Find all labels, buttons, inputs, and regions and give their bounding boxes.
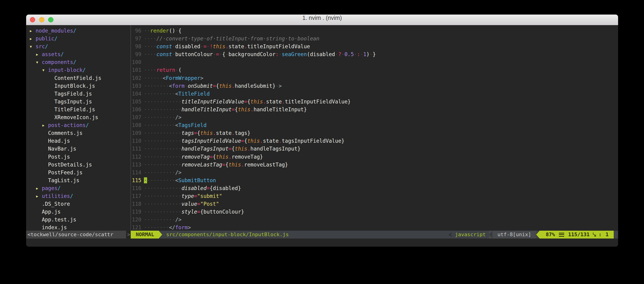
command-line[interactable] (26, 239, 618, 247)
tree-file-row[interactable]: TagsField.js (26, 90, 130, 98)
tree-file-row[interactable]: Head.js (26, 137, 130, 145)
code-token: = (241, 138, 244, 144)
code-line[interactable]: 118············value="Post" (131, 200, 618, 208)
code-line[interactable]: 97····//·convert·type·of·titleInput·from… (131, 35, 618, 42)
code-token: · (184, 83, 188, 89)
code-line[interactable]: 102······<FormWrapper> (131, 74, 618, 82)
code-line[interactable]: 107··········/> (131, 113, 618, 121)
code-line[interactable]: 100 (131, 58, 618, 66)
code-token: } (247, 130, 250, 136)
code-line[interactable]: 117············type="submit" (131, 192, 618, 200)
line-number: 98 (131, 42, 144, 50)
code-line[interactable]: 116············disabled={disabled} (131, 184, 618, 192)
position-segment: 87% 115/131 LN : 1 (540, 231, 614, 239)
tree-dir-row[interactable]: ▾ input-block/ (26, 66, 130, 74)
code-line[interactable]: 121········</form> (131, 224, 618, 231)
code-line[interactable]: 101····return·( (131, 66, 618, 74)
tree-file-row[interactable]: Comments.js (26, 129, 130, 137)
tree-file-row[interactable]: XRemoveIcon.js (26, 113, 130, 121)
chevron-right-icon: ▸ (42, 122, 45, 128)
code-line[interactable]: 120··········/> (131, 216, 618, 224)
tree-file-row[interactable]: InputBlock.js (26, 82, 130, 90)
code-token: buttonColour (203, 209, 241, 215)
code-line[interactable]: 108··········<TagsField (131, 121, 618, 129)
code-line[interactable]: 114··········/> (131, 168, 618, 176)
code-line[interactable]: 115··········<SubmitButton (131, 176, 618, 184)
code-token: "submit" (197, 193, 222, 199)
tree-dir-row[interactable]: ▸ public/ (26, 35, 130, 42)
code-token: backgroundColor (228, 51, 276, 57)
tree-file-row[interactable]: Post.js (26, 153, 130, 161)
file-tree[interactable]: ▸ node_modules/ ▸ public/ ▾ src/ ▸ asset… (26, 25, 130, 231)
code-token: · (206, 43, 210, 49)
file-name: PostFeed.js (48, 169, 82, 175)
code-token: · (370, 51, 373, 57)
tree-file-row[interactable]: NavBar.js (26, 145, 130, 153)
code-line[interactable]: 109············tags={this.state.tags} (131, 129, 618, 137)
code-token: = (197, 209, 200, 215)
code-token: { (247, 99, 250, 105)
code-line[interactable]: 99····const·buttonColour·=·{·backgroundC… (131, 50, 618, 58)
line-number: 106 (131, 106, 144, 113)
tree-file-row[interactable]: PostDetails.js (26, 161, 130, 168)
code-line[interactable]: 106············handleTitleInput={this.ha… (131, 106, 618, 113)
code-token: . (260, 138, 263, 144)
code-token: = (194, 193, 197, 199)
tree-file-row[interactable]: ContentField.js (26, 74, 130, 82)
code-token: { (225, 162, 228, 168)
code-token: form (172, 83, 184, 89)
code-line[interactable]: 105············titleInputFieldValue={thi… (131, 98, 618, 106)
dir-name: public (36, 35, 54, 42)
code-token: . (232, 130, 235, 136)
code-line[interactable]: 104··········<TitleField (131, 90, 618, 98)
code-token: { (232, 146, 235, 152)
code-token: : (276, 51, 279, 57)
file-name: .DS_Store (42, 201, 70, 207)
code-token: . (250, 107, 254, 113)
code-token: = (232, 107, 235, 113)
code-token: { (210, 185, 213, 191)
code-line[interactable]: 110············tagsInputFieldValue={this… (131, 137, 618, 145)
code-line[interactable]: 103········<form·onSubmit={this.handleSu… (131, 82, 618, 90)
tree-dir-row[interactable]: ▸ pages/ (26, 184, 130, 192)
code-token: { (197, 130, 200, 136)
tree-dir-row[interactable]: ▸ node_modules/ (26, 27, 130, 35)
code-token: = (203, 43, 206, 49)
code-line[interactable]: 119············style={buttonColour} (131, 208, 618, 216)
code-token: const (156, 51, 172, 57)
file-name: TagsField.js (54, 91, 92, 97)
code-line[interactable]: 111············handleTagsInput={this.han… (131, 145, 618, 153)
tree-file-row[interactable]: TagList.js (26, 176, 130, 184)
code-token: this (238, 107, 250, 113)
code-token: ·········· (144, 114, 175, 120)
code-token: disabled (175, 43, 200, 49)
window-titlebar[interactable]: 1. nvim . (nvim) (26, 14, 618, 25)
code-line[interactable]: 98····const·disabled·=·!this.state.title… (131, 42, 618, 50)
tree-dir-row[interactable]: ▾ src/ (26, 42, 130, 50)
tree-statusline: <tockwell/source-code/scattr (26, 231, 126, 239)
code-token: } (238, 185, 241, 191)
code-token: titleInputFieldValue (182, 99, 244, 105)
editor-buffer[interactable]: 96··render()·{97····//·convert·type·of·t… (131, 25, 618, 231)
code-token: this (235, 146, 247, 152)
tree-dir-row[interactable]: ▸ assets/ (26, 50, 130, 58)
tree-file-row[interactable]: index.js (26, 224, 130, 231)
code-line[interactable]: 113············removeLastTag={this.remov… (131, 161, 618, 168)
tree-dir-row[interactable]: ▸ utilities/ (26, 192, 130, 200)
tree-file-row[interactable]: App.test.js (26, 216, 130, 224)
code-token: { (178, 28, 182, 34)
tree-file-row[interactable]: TagsInput.js (26, 98, 130, 106)
tree-file-row[interactable]: TitleField.js (26, 106, 130, 113)
code-token: } (285, 162, 288, 168)
code-token: ············ (144, 146, 182, 152)
tree-dir-row[interactable]: ▸ post-actions/ (26, 121, 130, 129)
code-token: · (175, 28, 178, 34)
code-token: ······ (144, 75, 162, 81)
code-line[interactable]: 112············removeTag={this.removeTag… (131, 153, 618, 161)
tree-file-row[interactable]: .DS_Store (26, 200, 130, 208)
tree-dir-row[interactable]: ▾ components/ (26, 58, 130, 66)
tree-file-row[interactable]: App.js (26, 208, 130, 216)
inactive-separator-icon: > (127, 231, 130, 239)
code-line[interactable]: 96··render()·{ (131, 27, 618, 35)
tree-file-row[interactable]: PostFeed.js (26, 168, 130, 176)
